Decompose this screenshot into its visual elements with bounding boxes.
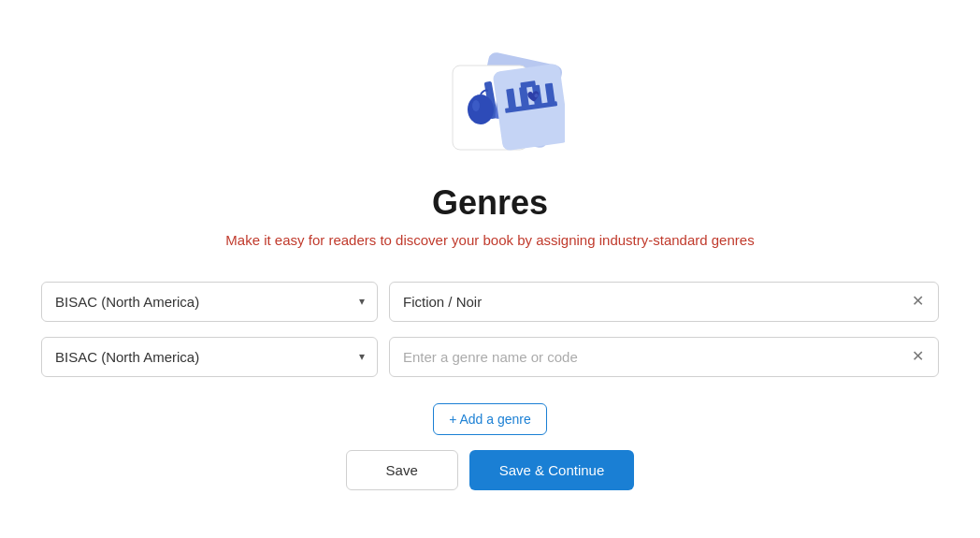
page-container: Genres Make it easy for readers to disco…	[22, 30, 958, 509]
genres-form: BISAC (North America) Thema BIC ▾ ✕ BISA…	[41, 282, 939, 377]
save-button[interactable]: Save	[346, 450, 458, 490]
genre-row-2: BISAC (North America) Thema BIC ▾ ✕	[41, 337, 939, 377]
save-continue-button[interactable]: Save & Continue	[469, 450, 635, 490]
genre-input-wrapper-1: ✕	[389, 282, 939, 322]
add-genre-button[interactable]: + Add a genre	[433, 403, 547, 435]
genre-input-1[interactable]	[389, 282, 939, 322]
genre-input-2[interactable]	[389, 337, 939, 377]
genre-select-wrapper-2: BISAC (North America) Thema BIC ▾	[41, 337, 378, 377]
page-title: Genres	[432, 183, 548, 223]
genre-row-1: BISAC (North America) Thema BIC ▾ ✕	[41, 282, 939, 322]
svg-point-8	[468, 95, 494, 124]
svg-point-9	[472, 100, 480, 111]
genres-illustration	[415, 49, 565, 161]
page-subtitle: Make it easy for readers to discover you…	[225, 232, 754, 248]
genre-input-wrapper-2: ✕	[389, 337, 939, 377]
genre-select-2[interactable]: BISAC (North America) Thema BIC	[41, 337, 378, 377]
genre-select-wrapper-1: BISAC (North America) Thema BIC ▾	[41, 282, 378, 322]
genre-select-1[interactable]: BISAC (North America) Thema BIC	[41, 282, 378, 322]
clear-button-1[interactable]: ✕	[908, 290, 928, 313]
clear-button-2[interactable]: ✕	[908, 345, 928, 368]
actions-row: Save Save & Continue	[346, 450, 635, 490]
